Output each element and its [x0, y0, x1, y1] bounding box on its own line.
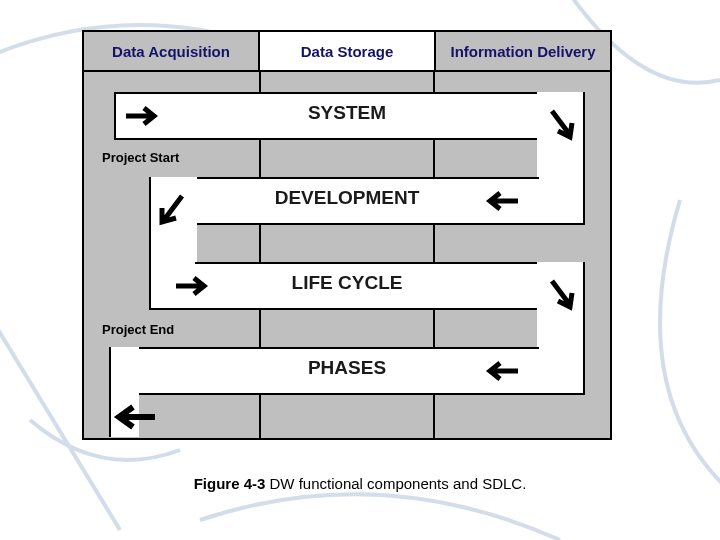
figure-caption: Figure 4-3 DW functional components and …: [0, 475, 720, 492]
arrow-down-right-icon: [546, 277, 578, 317]
phase-label-phases: PHASES: [84, 357, 610, 379]
header-data-storage: Data Storage: [260, 32, 436, 70]
arrow-down-right-icon: [546, 107, 578, 147]
figure-ref: Figure 4-3: [194, 475, 266, 492]
figure-container: Data Acquisition Data Storage Informatio…: [82, 30, 612, 440]
arrow-right-icon: [174, 272, 214, 300]
diagram-body: SYSTEM DEVELOPMENT LIFE CYCLE PHASES Pro…: [82, 70, 612, 440]
arrow-right-icon: [124, 102, 164, 130]
figure-caption-text: DW functional components and SDLC.: [265, 475, 526, 492]
label-project-start: Project Start: [102, 150, 179, 165]
phase-label-lifecycle: LIFE CYCLE: [84, 272, 610, 294]
header-data-acquisition: Data Acquisition: [84, 32, 260, 70]
arrow-left-icon: [480, 357, 520, 385]
header-information-delivery: Information Delivery: [436, 32, 610, 70]
arrow-down-left-icon: [156, 192, 188, 232]
column-headers: Data Acquisition Data Storage Informatio…: [82, 30, 612, 70]
arrow-left-solid-icon: [109, 402, 157, 434]
arrow-left-icon: [480, 187, 520, 215]
label-project-end: Project End: [102, 322, 174, 337]
